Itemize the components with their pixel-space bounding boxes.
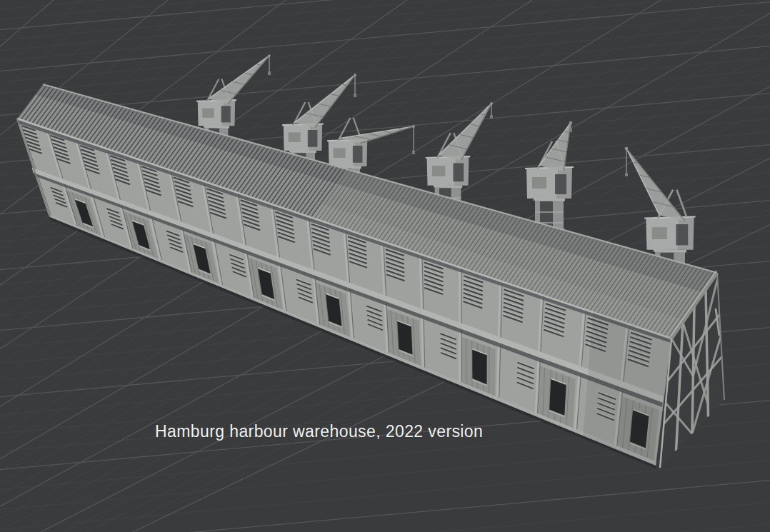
viewport-canvas[interactable]: [0, 0, 770, 532]
viewport[interactable]: Hamburg harbour warehouse, 2022 version: [0, 0, 770, 532]
model-caption: Hamburg harbour warehouse, 2022 version: [155, 422, 483, 441]
